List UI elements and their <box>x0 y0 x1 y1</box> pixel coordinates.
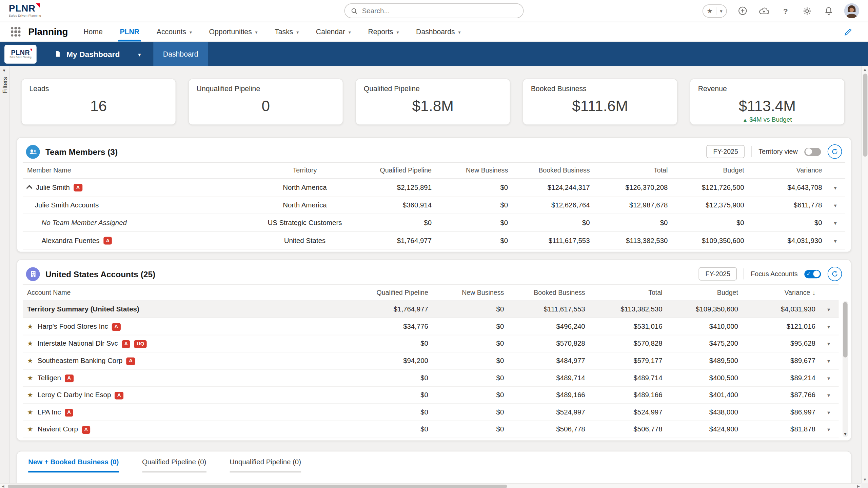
chevron-down-icon[interactable]: ▾ <box>138 52 141 58</box>
column-header[interactable]: Qualified Pipeline <box>350 289 431 297</box>
global-add-button[interactable] <box>736 5 748 17</box>
member-name-link[interactable]: No Team Member Assigned <box>41 219 126 227</box>
expand-chevron-icon[interactable] <box>26 185 32 191</box>
setup-gear-button[interactable] <box>801 5 813 17</box>
scroll-down-icon[interactable]: ▼ <box>843 432 848 436</box>
column-header[interactable]: Territory <box>256 166 353 174</box>
account-name-link[interactable]: Leroy C Darby Inc Esop <box>38 391 111 399</box>
column-header[interactable]: New Business <box>432 289 507 297</box>
focus-star-icon[interactable]: ★ <box>27 409 33 416</box>
account-row[interactable]: ★ Harp's Food Stores Inc A $34,776 $0 $4… <box>23 318 839 336</box>
edit-pencil-icon[interactable] <box>844 27 852 36</box>
account-name-link[interactable]: Southeastern Banking Corp <box>38 357 123 365</box>
row-actions-button[interactable]: ▾ <box>827 375 830 381</box>
chevron-down-icon[interactable]: ▾ <box>296 29 299 35</box>
row-actions-button[interactable]: ▾ <box>827 341 830 347</box>
row-actions-button[interactable]: ▾ <box>827 358 830 364</box>
global-search[interactable] <box>344 3 524 18</box>
bottom-tab[interactable]: New + Booked Business (0) <box>28 458 119 472</box>
account-row[interactable]: ★ Leroy C Darby Inc Esop A $0 $0 $489,16… <box>23 387 839 404</box>
account-name-link[interactable]: Navient Corp <box>38 426 78 433</box>
row-actions-button[interactable]: ▾ <box>827 306 830 312</box>
row-actions-button[interactable]: ▾ <box>827 427 830 433</box>
column-header[interactable]: Member Name <box>23 166 257 174</box>
row-actions-button[interactable]: ▾ <box>834 202 837 208</box>
favorites-star-icon[interactable]: ★ <box>707 7 713 14</box>
nav-tab[interactable]: Calendar ▾ <box>316 22 351 41</box>
fiscal-year-chip[interactable]: FY-2025 <box>707 145 745 158</box>
kpi-card[interactable]: Unqualified Pipeline 0 ▲ <box>188 79 343 125</box>
scroll-down-icon[interactable]: ▼ <box>862 477 868 481</box>
column-header[interactable]: Variance <box>747 166 825 174</box>
focus-star-icon[interactable]: ★ <box>27 374 33 381</box>
bottom-tab[interactable]: Unqualified Pipeline (0) <box>230 458 301 472</box>
column-header[interactable]: Qualified Pipeline <box>353 166 435 174</box>
row-actions-button[interactable]: ▾ <box>834 220 837 226</box>
column-header[interactable]: Variance↓ <box>742 289 819 297</box>
member-name-link[interactable]: Alexandra Fuentes <box>41 237 99 244</box>
kpi-card[interactable]: Leads 16 ▲ <box>21 79 176 125</box>
user-avatar[interactable] <box>844 3 859 18</box>
column-header[interactable]: Total <box>593 166 671 174</box>
territory-view-toggle[interactable]: ✓ <box>804 147 821 156</box>
focus-star-icon[interactable]: ★ <box>27 426 33 433</box>
nav-tab[interactable]: Tasks ▾ <box>275 22 299 41</box>
column-header[interactable]: Booked Business <box>507 289 588 297</box>
favorites-caret-icon[interactable]: ▾ <box>720 8 722 14</box>
kpi-card[interactable]: Booked Business $111.6M ▲ <box>522 79 677 125</box>
row-actions-button[interactable]: ▾ <box>834 184 837 190</box>
account-name-link[interactable]: Harp's Food Stores Inc <box>38 323 108 330</box>
tab-dashboard[interactable]: Dashboard <box>153 42 208 66</box>
refresh-button[interactable] <box>828 144 842 159</box>
page-horizontal-scrollbar[interactable]: ◀ ▶ <box>0 483 861 488</box>
accounts-scrollbar[interactable]: ▼ <box>843 301 848 437</box>
account-row[interactable]: ★ Telligen A $0 $0 $489,714 $489,714 $40… <box>23 370 839 387</box>
member-name-link[interactable]: Julie Smith Accounts <box>35 201 99 209</box>
nav-tab[interactable]: Accounts ▾ <box>157 22 192 41</box>
team-member-row[interactable]: Julie Smith Accounts North America $360,… <box>23 197 845 214</box>
nav-tab[interactable]: PLNR ▾ <box>120 22 139 41</box>
page-vertical-scrollbar[interactable]: ▲ ▼ <box>861 66 868 483</box>
team-member-row[interactable]: No Team Member Assigned US Strategic Cus… <box>23 214 845 232</box>
row-actions-button[interactable]: ▾ <box>834 238 837 244</box>
account-row[interactable]: ★ Interstate National Dlr Svc AUQ $0 $0 … <box>23 335 839 352</box>
favorites-control[interactable]: ★ ▾ <box>702 4 727 17</box>
scroll-left-icon[interactable]: ◀ <box>2 484 4 488</box>
scrollbar-thumb[interactable] <box>843 302 848 357</box>
focus-star-icon[interactable]: ★ <box>27 392 33 399</box>
nav-tab[interactable]: Dashboards ▾ <box>416 22 460 41</box>
column-header[interactable]: Booked Business <box>511 166 593 174</box>
column-header[interactable]: Budget <box>666 289 741 297</box>
chevron-down-icon[interactable]: ▾ <box>349 29 351 35</box>
nav-tab[interactable]: Reports ▾ <box>368 22 399 41</box>
row-actions-button[interactable]: ▾ <box>827 324 830 330</box>
kpi-card[interactable]: Qualified Pipeline $1.8M ▲ <box>355 79 510 125</box>
focus-accounts-toggle[interactable]: ✓ <box>804 270 821 278</box>
kpi-card[interactable]: Revenue $113.4M ▲ $4M vs Budget <box>690 79 845 125</box>
nav-tab[interactable]: Opportunities ▾ <box>209 22 258 41</box>
chevron-down-icon[interactable]: ▾ <box>190 29 192 35</box>
focus-star-icon[interactable]: ★ <box>27 358 33 364</box>
territory-summary-row[interactable]: Territory Summary (United States) $1,764… <box>23 301 839 318</box>
notifications-bell-button[interactable] <box>823 5 835 17</box>
account-row[interactable]: ★ LPA Inc A $0 $0 $524,997 $524,997 $438… <box>23 404 839 421</box>
account-row[interactable]: ★ Navient Corp A $0 $0 $506,778 $506,778… <box>23 421 839 438</box>
chevron-down-icon[interactable]: ▾ <box>458 29 460 35</box>
team-member-row[interactable]: Julie Smith A North America $2,125,891 $… <box>23 179 845 196</box>
fiscal-year-chip[interactable]: FY-2025 <box>699 267 737 281</box>
filters-rail[interactable]: ▼ Filters <box>0 66 10 488</box>
bottom-tab[interactable]: Qualified Pipeline (0) <box>142 458 206 472</box>
scrollbar-thumb[interactable] <box>863 74 867 157</box>
scrollbar-thumb[interactable] <box>8 484 507 488</box>
team-member-row[interactable]: Alexandra Fuentes A United States $1,764… <box>23 232 845 249</box>
column-header[interactable]: Account Name <box>23 289 350 297</box>
upload-cloud-button[interactable] <box>758 5 770 17</box>
account-name-link[interactable]: Interstate National Dlr Svc <box>38 340 118 347</box>
account-name-link[interactable]: LPA Inc <box>38 408 61 416</box>
help-button[interactable]: ? <box>780 5 792 17</box>
search-input[interactable] <box>362 7 518 15</box>
account-name-link[interactable]: Telligen <box>38 374 61 382</box>
scroll-right-icon[interactable]: ▶ <box>857 484 860 488</box>
row-actions-button[interactable]: ▾ <box>827 392 830 399</box>
chevron-down-icon[interactable]: ▾ <box>255 29 258 35</box>
